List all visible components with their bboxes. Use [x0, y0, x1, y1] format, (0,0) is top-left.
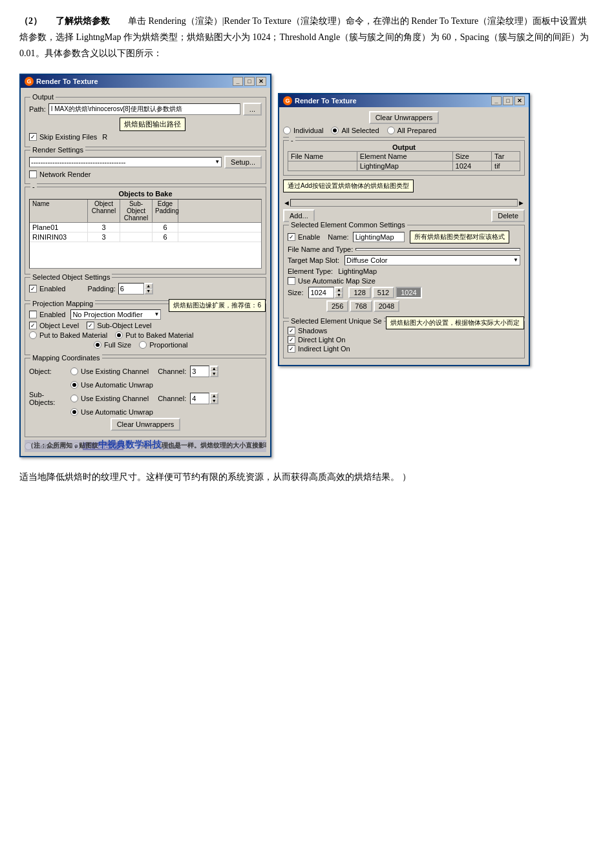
d2-row-elementname: LightingMap — [357, 161, 452, 170]
d2-add-button[interactable]: Add... — [283, 209, 315, 222]
subobj-spinner-arrows[interactable]: ▲ ▼ — [209, 393, 218, 404]
render-preset-dropdown[interactable]: ----------------------------------------… — [29, 157, 222, 167]
size-512-button[interactable]: 512 — [372, 287, 394, 298]
close-button[interactable]: ✕ — [256, 77, 266, 86]
d2-clear-unwrappers-button[interactable]: Clear Unwrappers — [369, 111, 439, 124]
use-auto-label: Use Automatic Unwrap — [81, 381, 153, 389]
size-1024-button[interactable]: 1024 — [396, 287, 421, 298]
d2-close-button[interactable]: ✕ — [514, 96, 525, 105]
channel-down[interactable]: ▼ — [210, 371, 218, 377]
spinner-arrows[interactable]: ▲ ▼ — [144, 283, 153, 294]
use-existing-radio[interactable] — [70, 367, 78, 375]
d2-all-prepared-radio[interactable] — [387, 127, 395, 134]
d2-restore-button[interactable]: □ — [503, 96, 513, 105]
d2-indirect-light-label: Indirect Light On — [298, 345, 350, 353]
proj-enabled-checkbox[interactable] — [29, 311, 37, 318]
dialog2-win-buttons[interactable]: _ □ ✕ — [491, 96, 525, 105]
d2-all-selected-radio[interactable] — [331, 127, 339, 134]
subobj-existing-radio[interactable] — [70, 395, 78, 402]
render-settings-row: ----------------------------------------… — [29, 156, 262, 169]
path-browse-button[interactable]: ... — [243, 103, 262, 116]
sub-object-label: Sub-Object Level — [97, 322, 151, 329]
put-baked1-radio[interactable] — [29, 331, 37, 339]
size-256-button[interactable]: 256 — [326, 300, 348, 312]
dialog2-titlebar: G Render To Texture _ □ ✕ — [279, 94, 529, 107]
subobj-auto-radio[interactable] — [70, 408, 78, 416]
dialog1-win-buttons[interactable]: _ □ ✕ — [233, 77, 266, 86]
d2-clear-row: Clear Unwrappers — [283, 111, 525, 124]
row1-padding: 6 — [153, 223, 178, 232]
d2-enable-checkbox[interactable] — [288, 233, 295, 241]
enabled-checkbox[interactable] — [29, 285, 37, 293]
use-auto-radio[interactable] — [70, 381, 78, 389]
d2-output-group: - Output File Name Element Name Size Tar — [283, 140, 525, 176]
row1-obj-channel: 3 — [88, 223, 120, 232]
channel-up[interactable]: ▲ — [210, 366, 218, 371]
d2-size-buttons[interactable]: 128 512 1024 — [348, 287, 421, 298]
d2-auto-map-checkbox[interactable] — [288, 277, 295, 285]
padding-spinner[interactable]: ▲ ▼ — [118, 283, 153, 294]
d2-size-row2: 256 768 2048 — [326, 300, 520, 312]
d2-scrollbar[interactable] — [290, 199, 518, 207]
channel-spinner[interactable]: ▲ ▼ — [190, 366, 218, 377]
network-render-row: Network Render — [29, 170, 262, 178]
d2-indirect-light-checkbox[interactable] — [288, 345, 295, 353]
minimize-button[interactable]: _ — [233, 77, 243, 86]
padding-input[interactable] — [118, 283, 144, 294]
path-input[interactable]: I MAX的烘焙\rhinocerosv[8]使用默认参数烘焙 — [48, 103, 240, 115]
tooltip-projection: 烘焙贴图边缘扩展，推荐值：6 — [169, 299, 266, 312]
d2-shadows-checkbox[interactable] — [288, 327, 295, 335]
d2-size-arrows[interactable]: ▲ ▼ — [334, 287, 343, 298]
spinner-down[interactable]: ▼ — [145, 289, 153, 294]
d2-size-down[interactable]: ▼ — [335, 293, 343, 298]
d2-direct-light-checkbox[interactable] — [288, 336, 295, 344]
clear-unwrappers-button[interactable]: Clear Unwrappers — [111, 418, 181, 431]
setup-button[interactable]: Setup... — [224, 156, 262, 169]
screenshots-area: G Render To Texture _ □ ✕ Output Path: I… — [19, 74, 595, 457]
channel-input[interactable] — [190, 366, 209, 377]
subobj-channel-input[interactable] — [190, 393, 209, 404]
size-768-button[interactable]: 768 — [350, 300, 372, 312]
subobj-label: Sub-Objects: — [29, 391, 68, 406]
d2-size-row: Size: ▲ ▼ 128 512 1024 — [288, 287, 520, 298]
size-128-button[interactable]: 128 — [348, 287, 370, 298]
projection-mapping-title: Projection Mapping — [30, 300, 95, 307]
proj-modifier-dropdown[interactable]: No Projection Modifier ▼ — [70, 309, 161, 320]
dialog1-titlebar: G Render To Texture _ □ ✕ — [21, 75, 270, 88]
object-mapping-label: Object: — [29, 367, 68, 375]
render-preset-value: ---------------------------------------- — [31, 158, 126, 166]
render-settings-title: Render Settings — [30, 146, 85, 154]
d2-size-spinner[interactable]: ▲ ▼ — [308, 287, 343, 298]
d2-delete-button[interactable]: Delete — [491, 209, 525, 222]
d2-scroll-right: ► — [518, 199, 525, 207]
channel-spinner-arrows[interactable]: ▲ ▼ — [209, 366, 218, 377]
dialog2-title-left: G Render To Texture — [283, 96, 357, 105]
full-size-radio[interactable] — [94, 341, 101, 349]
d2-size-input[interactable] — [308, 287, 334, 298]
proportional-radio[interactable] — [139, 341, 147, 349]
d2-size-up[interactable]: ▲ — [335, 287, 343, 293]
d2-auto-map-size-row: Use Automatic Map Size — [288, 277, 520, 285]
network-render-checkbox[interactable] — [29, 170, 37, 178]
col-edge: Edge Padding — [153, 200, 178, 222]
d2-individual-radio[interactable] — [283, 127, 291, 134]
d2-filename-type-input[interactable] — [355, 248, 520, 251]
object-level-checkbox[interactable] — [29, 322, 37, 329]
d2-col-elementname: Element Name — [357, 151, 452, 161]
subobj-up[interactable]: ▲ — [210, 393, 218, 398]
row2-padding: 6 — [153, 232, 178, 242]
restore-button[interactable]: □ — [244, 77, 255, 86]
subobj-channel-spinner[interactable]: ▲ ▼ — [190, 393, 218, 404]
d2-target-slot-dropdown[interactable]: Diffuse Color ▼ — [344, 255, 520, 265]
skip-checkbox[interactable] — [29, 133, 37, 141]
subobj-down[interactable]: ▼ — [210, 398, 218, 404]
sub-object-checkbox[interactable] — [87, 322, 94, 329]
d2-size-buttons2[interactable]: 256 768 2048 — [326, 300, 399, 312]
d2-minimize-button[interactable]: _ — [491, 96, 502, 105]
dialog-left: G Render To Texture _ □ ✕ Output Path: I… — [19, 74, 271, 457]
put-baked2-radio[interactable] — [115, 331, 123, 339]
size-2048-button[interactable]: 2048 — [374, 300, 399, 312]
spinner-up[interactable]: ▲ — [145, 284, 153, 289]
d2-name-input[interactable]: LightingMap — [353, 232, 405, 242]
output-group: Output Path: I MAX的烘焙\rhinocerosv[8]使用默认… — [25, 97, 266, 147]
